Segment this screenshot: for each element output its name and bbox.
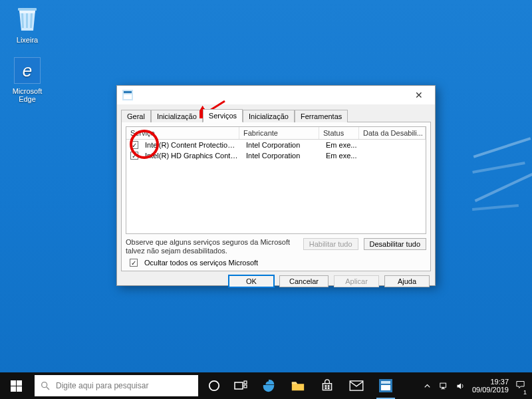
service-row[interactable]: ✓Intel(R) HD Graphics Control Pa...Intel…: [126, 150, 426, 161]
taskbar-mail[interactable]: [342, 372, 371, 399]
col-manufacturer[interactable]: Fabricante: [239, 127, 319, 139]
recycle-bin[interactable]: Lixeira: [4, 5, 51, 44]
hide-ms-label: Ocultar todos os serviços Microsoft: [144, 259, 258, 267]
cell-manufacturer: Intel Corporation: [242, 151, 322, 160]
taskbar-edge[interactable]: [254, 372, 283, 399]
cell-date: [362, 144, 426, 146]
disable-all-button[interactable]: Desabilitar tudo: [364, 238, 426, 250]
tab-panel-services: Serviço Fabricante Status Data da Desabi…: [121, 122, 431, 271]
svg-line-10: [47, 387, 49, 390]
col-date[interactable]: Data da Desabili...: [359, 127, 426, 139]
svg-rect-25: [441, 388, 445, 389]
msconfig-icon: [379, 379, 392, 392]
taskbar-msconfig[interactable]: [371, 372, 400, 399]
col-status[interactable]: Status: [319, 127, 359, 139]
hide-ms-checkbox[interactable]: ✓: [130, 259, 138, 267]
taskbar-explorer[interactable]: [283, 372, 313, 399]
service-row[interactable]: ✓Intel(R) Content Protection HEC...Intel…: [126, 140, 426, 150]
folder-icon: [291, 379, 305, 392]
edge-shortcut[interactable]: e Microsoft Edge: [4, 57, 51, 103]
svg-rect-13: [244, 381, 247, 384]
close-button[interactable]: ✕: [406, 86, 432, 104]
enable-all-button[interactable]: Habilitar tudo: [303, 238, 358, 250]
taskbar: Digite aqui para pesquisar 19:37 09/09/2…: [0, 372, 532, 399]
wallpaper-accent: [472, 140, 532, 219]
svg-rect-19: [350, 381, 363, 390]
start-button[interactable]: [0, 372, 32, 399]
svg-rect-17: [325, 388, 327, 390]
row-checkbox[interactable]: ✓: [130, 141, 138, 149]
svg-rect-21: [381, 381, 390, 384]
tray-clock[interactable]: 19:37 09/09/2019: [472, 378, 509, 394]
dialog-buttons: OK Cancelar Aplicar Ajuda: [117, 275, 435, 293]
disable-note: Observe que alguns serviços seguros da M…: [126, 238, 298, 257]
svg-rect-5: [11, 380, 16, 386]
svg-point-9: [42, 382, 47, 388]
tab-boot[interactable]: Inicialização: [151, 110, 203, 122]
ok-button[interactable]: OK: [229, 275, 274, 287]
apply-button[interactable]: Aplicar: [334, 275, 379, 287]
svg-rect-16: [328, 385, 330, 387]
action-center-icon: [515, 380, 525, 390]
services-list[interactable]: Serviço Fabricante Status Data da Desabi…: [126, 126, 426, 234]
svg-rect-8: [17, 386, 22, 392]
tab-startup[interactable]: Inicialização: [243, 110, 295, 122]
edge-icon: e: [13, 57, 41, 84]
tray-volume-icon[interactable]: [456, 381, 466, 391]
msconfig-window: ✕ Geral Inicialização Serviços Inicializ…: [116, 85, 436, 286]
app-icon: [122, 90, 133, 100]
tab-general[interactable]: Geral: [121, 110, 151, 122]
svg-rect-12: [235, 382, 243, 389]
help-button[interactable]: Ajuda: [384, 275, 430, 287]
svg-rect-15: [325, 385, 327, 387]
clock-date: 09/09/2019: [472, 386, 509, 394]
svg-rect-24: [442, 387, 444, 388]
titlebar[interactable]: ✕: [117, 86, 435, 104]
cell-service: Intel(R) HD Graphics Control Pa...: [141, 151, 242, 160]
mail-icon: [349, 380, 364, 391]
search-placeholder: Digite aqui para pesquisar: [56, 381, 148, 390]
svg-rect-22: [381, 385, 390, 390]
svg-point-11: [209, 381, 219, 390]
taskview-icon: [234, 380, 247, 391]
cortana-button[interactable]: [201, 372, 227, 399]
svg-rect-18: [328, 388, 330, 390]
cell-status: Em exe...: [322, 140, 362, 150]
svg-rect-0: [18, 8, 37, 11]
store-icon: [321, 379, 334, 392]
search-icon: [40, 380, 51, 391]
row-checkbox[interactable]: ✓: [130, 152, 138, 160]
cell-manufacturer: Intel Corporation: [242, 140, 322, 150]
svg-rect-14: [244, 385, 247, 388]
action-center-button[interactable]: 1: [515, 380, 525, 392]
taskbar-store[interactable]: [313, 372, 342, 399]
system-tray: 19:37 09/09/2019 1: [422, 378, 532, 394]
search-box[interactable]: Digite aqui para pesquisar: [35, 375, 198, 396]
svg-rect-2: [124, 91, 132, 93]
notification-badge: 1: [522, 389, 528, 396]
cell-date: [362, 155, 426, 156]
tab-tools[interactable]: Ferramentas: [295, 110, 348, 122]
tabs: Geral Inicialização Serviços Inicializaç…: [117, 104, 435, 122]
tray-network-icon[interactable]: [439, 381, 449, 391]
recycle-bin-label: Lixeira: [4, 36, 51, 44]
tray-chevron-up-icon[interactable]: [422, 381, 432, 391]
recycle-bin-icon: [13, 5, 41, 33]
svg-rect-23: [440, 383, 446, 387]
cell-service: Intel(R) Content Protection HEC...: [141, 140, 242, 150]
cortana-icon: [208, 380, 220, 392]
edge-taskbar-icon: [261, 378, 276, 393]
edge-label: Microsoft Edge: [4, 87, 51, 103]
taskview-button[interactable]: [227, 372, 254, 399]
clock-time: 19:37: [472, 378, 509, 386]
list-header[interactable]: Serviço Fabricante Status Data da Desabi…: [126, 127, 426, 140]
svg-rect-6: [17, 380, 22, 386]
col-service[interactable]: Serviço: [126, 127, 239, 139]
cell-status: Em exe...: [322, 151, 362, 160]
svg-rect-7: [11, 386, 16, 392]
tab-services[interactable]: Serviços: [203, 109, 243, 122]
cancel-button[interactable]: Cancelar: [279, 275, 329, 287]
svg-rect-3: [124, 94, 132, 99]
